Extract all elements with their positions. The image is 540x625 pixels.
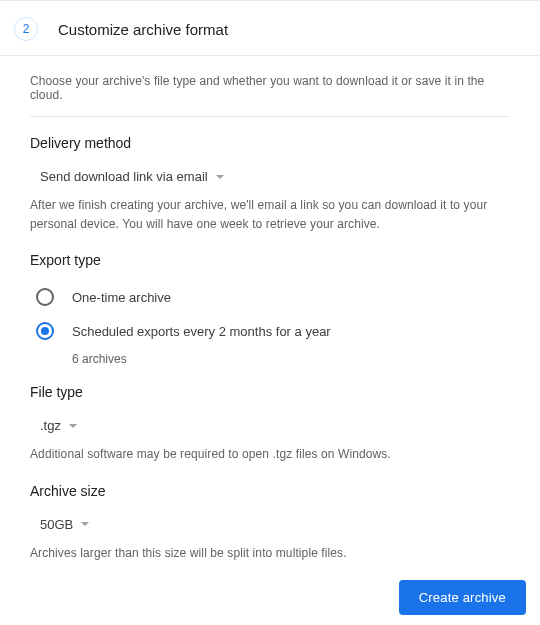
intro-text: Choose your archive's file type and whet… xyxy=(30,56,510,117)
page-title: Customize archive format xyxy=(58,21,228,38)
file-type-dropdown[interactable]: .tgz xyxy=(30,412,87,439)
delivery-method-value: Send download link via email xyxy=(40,169,208,184)
chevron-down-icon xyxy=(69,424,77,428)
export-type-scheduled-sub: 6 archives xyxy=(72,352,510,366)
file-type-title: File type xyxy=(30,384,510,400)
archive-size-section: Archive size 50GB Archives larger than t… xyxy=(30,483,510,563)
delivery-method-section: Delivery method Send download link via e… xyxy=(30,135,510,234)
file-type-value: .tgz xyxy=(40,418,61,433)
radio-label: Scheduled exports every 2 months for a y… xyxy=(72,324,331,339)
radio-label: One-time archive xyxy=(72,290,171,305)
file-type-section: File type .tgz Additional software may b… xyxy=(30,384,510,464)
footer-bar: Create archive xyxy=(0,570,540,625)
delivery-method-title: Delivery method xyxy=(30,135,510,151)
archive-size-dropdown[interactable]: 50GB xyxy=(30,511,99,538)
archive-size-value: 50GB xyxy=(40,517,73,532)
file-type-help: Additional software may be required to o… xyxy=(30,445,510,464)
chevron-down-icon xyxy=(81,522,89,526)
delivery-method-dropdown[interactable]: Send download link via email xyxy=(30,163,234,190)
export-type-option-onetime[interactable]: One-time archive xyxy=(30,280,510,314)
export-type-section: Export type One-time archive Scheduled e… xyxy=(30,252,510,366)
archive-size-help: Archives larger than this size will be s… xyxy=(30,544,510,563)
chevron-down-icon xyxy=(216,175,224,179)
step-header: 2 Customize archive format xyxy=(0,0,540,56)
export-type-option-scheduled[interactable]: Scheduled exports every 2 months for a y… xyxy=(30,314,510,348)
radio-icon xyxy=(36,322,54,340)
export-type-title: Export type xyxy=(30,252,510,268)
archive-size-title: Archive size xyxy=(30,483,510,499)
step-number-badge: 2 xyxy=(14,17,38,41)
content-area: Choose your archive's file type and whet… xyxy=(0,56,540,563)
create-archive-button[interactable]: Create archive xyxy=(399,580,526,615)
delivery-method-help: After we finish creating your archive, w… xyxy=(30,196,510,234)
radio-icon xyxy=(36,288,54,306)
